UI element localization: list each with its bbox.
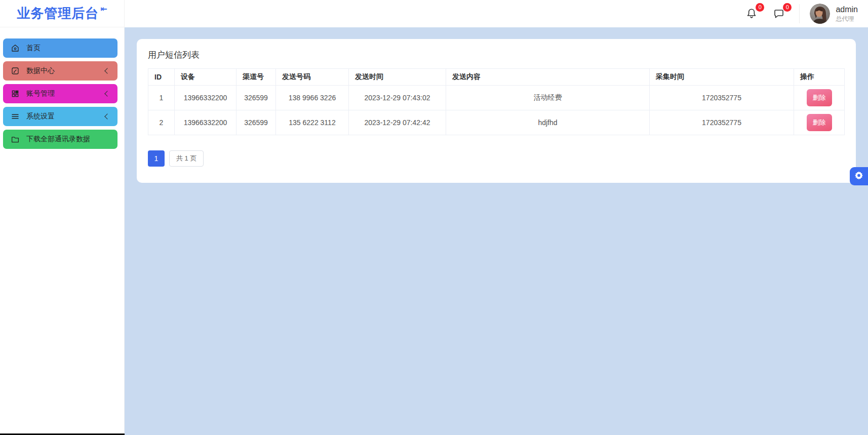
edit-icon <box>10 66 20 75</box>
cell-collect-time: 1720352775 <box>650 110 794 135</box>
cell-content: 活动经费 <box>446 86 650 110</box>
settings-fab[interactable] <box>850 167 868 185</box>
notification-badge: 0 <box>756 3 764 12</box>
app-logo: 业务管理后台 ⇤ <box>0 0 124 27</box>
cell-id: 2 <box>148 110 175 135</box>
col-collect-time: 采集时间 <box>650 69 794 86</box>
cell-actions: 删除 <box>794 86 845 110</box>
gear-icon <box>854 170 864 183</box>
notification-bell-button[interactable]: 0 <box>744 7 759 21</box>
sidebar-menu: 首页 数据中心 账号管理 系统设置 <box>0 27 124 149</box>
sidebar-item-system-settings[interactable]: 系统设置 <box>3 107 117 126</box>
user-name: admin <box>836 5 858 15</box>
sidebar-item-label: 下载全部通讯录数据 <box>26 135 90 144</box>
sidebar-item-label: 系统设置 <box>26 112 55 121</box>
table-header-row: ID 设备 渠道号 发送号码 发送时间 发送内容 采集时间 操作 <box>148 69 845 86</box>
content-card: 用户短信列表 ID 设备 渠道号 发送号码 发送时间 发送内容 <box>137 39 856 183</box>
topbar: 0 0 <box>125 0 868 27</box>
cell-id: 1 <box>148 86 175 110</box>
cell-channel: 326599 <box>236 86 276 110</box>
cell-send-number: 138 9966 3226 <box>276 86 349 110</box>
cell-actions: 删除 <box>794 110 845 135</box>
delete-button[interactable]: 删除 <box>807 89 832 106</box>
sidebar: 业务管理后台 ⇤ 首页 数据中心 账号管理 <box>0 0 125 435</box>
cell-content: hdjfhd <box>446 110 650 135</box>
col-id: ID <box>148 69 175 86</box>
folder-icon <box>10 135 20 144</box>
col-device: 设备 <box>175 69 236 86</box>
col-send-number: 发送号码 <box>276 69 349 86</box>
chevron-left-icon <box>104 91 110 96</box>
menu-lines-icon <box>10 112 20 121</box>
col-actions: 操作 <box>794 69 845 86</box>
app-title: 业务管理后台 <box>17 5 99 22</box>
chevron-left-icon <box>104 68 110 73</box>
table-row: 2 13966332200 326599 135 6222 3112 2023-… <box>148 110 845 135</box>
pagination: 1 共 1 页 <box>148 150 845 167</box>
page-title: 用户短信列表 <box>148 49 845 61</box>
sidebar-collapse-icon[interactable]: ⇤ <box>100 4 107 14</box>
cell-channel: 326599 <box>236 110 276 135</box>
delete-button[interactable]: 删除 <box>807 114 832 131</box>
messages-button[interactable]: 0 <box>772 7 786 21</box>
sidebar-item-label: 数据中心 <box>26 66 55 75</box>
cell-send-time: 2023-12-29 07:42:42 <box>349 110 446 135</box>
sidebar-item-label: 账号管理 <box>26 89 55 98</box>
topbar-divider <box>799 4 800 23</box>
cell-device: 13966332200 <box>175 110 236 135</box>
sidebar-item-label: 首页 <box>26 44 41 53</box>
avatar <box>810 4 830 24</box>
col-content: 发送内容 <box>446 69 650 86</box>
col-send-time: 发送时间 <box>349 69 446 86</box>
messages-badge: 0 <box>783 3 792 12</box>
main-column: 0 0 <box>125 0 868 435</box>
user-role: 总代理 <box>836 15 858 23</box>
cell-send-number: 135 6222 3112 <box>276 110 349 135</box>
cell-collect-time: 1720352775 <box>650 86 794 110</box>
sidebar-item-data-center[interactable]: 数据中心 <box>3 61 117 81</box>
page-1-button[interactable]: 1 <box>148 150 165 167</box>
sms-table: ID 设备 渠道号 发送号码 发送时间 发送内容 采集时间 操作 1 <box>148 68 845 135</box>
main-content: 用户短信列表 ID 设备 渠道号 发送号码 发送时间 发送内容 <box>125 27 868 435</box>
sidebar-item-home[interactable]: 首页 <box>3 38 117 58</box>
chevron-left-icon <box>104 113 110 119</box>
cell-send-time: 2023-12-29 07:43:02 <box>349 86 446 110</box>
col-channel: 渠道号 <box>236 69 276 86</box>
table-row: 1 13966332200 326599 138 9966 3226 2023-… <box>148 86 845 110</box>
app-root: 业务管理后台 ⇤ 首页 数据中心 账号管理 <box>0 0 868 435</box>
sidebar-item-account-management[interactable]: 账号管理 <box>3 84 117 103</box>
home-icon <box>10 44 20 53</box>
cell-device: 13966332200 <box>175 86 236 110</box>
sidebar-item-download-contacts[interactable]: 下载全部通讯录数据 <box>3 130 117 149</box>
page-total-label: 共 1 页 <box>169 150 204 167</box>
user-menu[interactable]: admin 总代理 <box>810 4 858 24</box>
grid-icon <box>10 89 20 98</box>
